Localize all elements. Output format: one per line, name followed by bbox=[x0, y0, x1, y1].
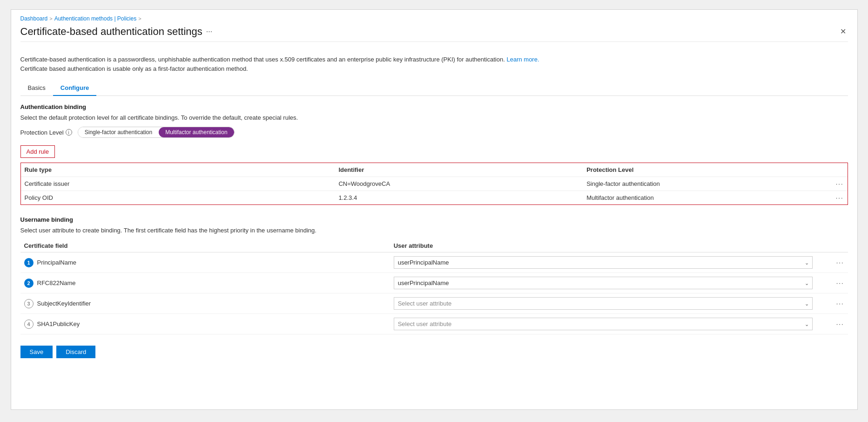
cert-field-name-3: SHA1PublicKey bbox=[37, 320, 80, 327]
breadcrumb: Dashboard > Authentication methods | Pol… bbox=[20, 15, 848, 22]
binding-row: 2 RFC822Name userPrincipalName ⌄ ··· bbox=[20, 273, 848, 293]
rule-type-cell: Certificate issuer bbox=[21, 177, 335, 191]
username-binding-desc: Select user attribute to create binding.… bbox=[20, 227, 848, 234]
footer-actions: Save Discard bbox=[20, 346, 848, 358]
col-header-user-actions bbox=[816, 239, 848, 252]
select-container-3: Select user attribute ⌄ bbox=[394, 318, 813, 330]
select-wrapper-0: userPrincipalName ⌄ bbox=[394, 256, 813, 269]
rules-table-wrapper: Rule type Identifier Protection Level Ce… bbox=[20, 163, 848, 205]
cert-field-cell-0: 1 PrincipalName bbox=[20, 252, 390, 273]
col-header-identifier: Identifier bbox=[335, 163, 583, 177]
user-attr-cell-2: Select user attribute ⌄ bbox=[390, 293, 816, 314]
select-wrapper-2: Select user attribute ⌄ bbox=[394, 297, 813, 310]
rule-identifier-cell: 1.2.3.4 bbox=[335, 191, 583, 205]
breadcrumb-auth-methods[interactable]: Authentication methods | Policies bbox=[54, 15, 137, 22]
binding-row: 3 SubjectKeyIdentifier Select user attri… bbox=[20, 293, 848, 314]
info-icon[interactable]: i bbox=[66, 129, 72, 136]
rule-actions-cell[interactable]: ··· bbox=[814, 191, 847, 205]
user-attr-select-3[interactable]: Select user attribute bbox=[394, 318, 813, 330]
select-wrapper-3: Select user attribute ⌄ bbox=[394, 318, 813, 330]
cert-field-cell-2: 3 SubjectKeyIdentifier bbox=[20, 293, 390, 314]
binding-actions-cell-3[interactable]: ··· bbox=[816, 314, 848, 334]
col-header-actions bbox=[814, 163, 847, 177]
main-panel: Dashboard > Authentication methods | Pol… bbox=[11, 9, 858, 410]
protection-level-text: Protection Level bbox=[20, 129, 64, 136]
user-binding-header-row: Certificate field User attribute bbox=[20, 239, 848, 252]
cert-field-name-0: PrincipalName bbox=[37, 259, 77, 266]
rule-protection-cell: Multifactor authentication bbox=[583, 191, 814, 205]
number-badge-2: 3 bbox=[24, 299, 34, 308]
protection-label: Protection Level i bbox=[20, 129, 72, 136]
page-title: Certificate-based authentication setting… bbox=[20, 26, 202, 38]
cert-field-name-1: RFC822Name bbox=[37, 279, 76, 286]
title-row: Certificate-based authentication setting… bbox=[20, 26, 848, 38]
close-button[interactable]: ✕ bbox=[838, 26, 848, 37]
cert-field-name-2: SubjectKeyIdentifier bbox=[37, 300, 91, 307]
auth-binding-title: Authentication binding bbox=[20, 103, 848, 110]
select-container-2: Select user attribute ⌄ bbox=[394, 297, 813, 310]
breadcrumb-dashboard[interactable]: Dashboard bbox=[20, 15, 48, 22]
user-attr-cell-1: userPrincipalName ⌄ bbox=[390, 273, 816, 293]
user-binding-table: Certificate field User attribute 1 Princ… bbox=[20, 239, 848, 334]
rule-row: Policy OID 1.2.3.4 Multifactor authentic… bbox=[21, 191, 848, 205]
number-badge-3: 4 bbox=[24, 320, 34, 329]
username-binding-title: Username binding bbox=[20, 216, 848, 223]
binding-row: 4 SHA1PublicKey Select user attribute ⌄ … bbox=[20, 314, 848, 334]
tab-configure[interactable]: Configure bbox=[53, 81, 96, 96]
rules-table-header-row: Rule type Identifier Protection Level bbox=[21, 163, 848, 177]
description-line2: Certificate based authentication is usab… bbox=[20, 65, 248, 72]
cert-field-cell-1: 2 RFC822Name bbox=[20, 273, 390, 293]
select-wrapper-1: userPrincipalName ⌄ bbox=[394, 277, 813, 289]
toggle-single-factor[interactable]: Single-factor authentication bbox=[78, 127, 159, 137]
breadcrumb-sep2: > bbox=[138, 16, 141, 21]
toggle-multifactor[interactable]: Multifactor authentication bbox=[159, 127, 234, 137]
binding-actions-cell-1[interactable]: ··· bbox=[816, 273, 848, 293]
page-title-container: Certificate-based authentication setting… bbox=[20, 26, 213, 38]
description-line1: Certificate-based authentication is a pa… bbox=[20, 56, 505, 63]
rule-identifier-cell: CN=WoodgroveCA bbox=[335, 177, 583, 191]
add-rule-button[interactable]: Add rule bbox=[20, 145, 55, 158]
select-container-0: userPrincipalName ⌄ bbox=[394, 256, 813, 269]
tab-bar: Basics Configure bbox=[20, 81, 848, 96]
rules-table: Rule type Identifier Protection Level Ce… bbox=[21, 163, 848, 204]
rule-actions-cell[interactable]: ··· bbox=[814, 177, 847, 191]
binding-row: 1 PrincipalName userPrincipalName ⌄ ··· bbox=[20, 252, 848, 273]
col-header-cert-field: Certificate field bbox=[20, 239, 390, 252]
learn-more-link[interactable]: Learn more. bbox=[506, 56, 539, 63]
auth-binding-desc: Select the default protection level for … bbox=[20, 114, 848, 121]
rule-row: Certificate issuer CN=WoodgroveCA Single… bbox=[21, 177, 848, 191]
col-header-user-attr: User attribute bbox=[390, 239, 816, 252]
panel-header: Dashboard > Authentication methods | Pol… bbox=[11, 10, 857, 49]
auth-binding-section: Authentication binding Select the defaul… bbox=[20, 103, 848, 205]
user-attr-cell-0: userPrincipalName ⌄ bbox=[390, 252, 816, 273]
description-block: Certificate-based authentication is a pa… bbox=[20, 55, 848, 73]
rules-table-body: Certificate issuer CN=WoodgroveCA Single… bbox=[21, 177, 848, 205]
select-container-1: userPrincipalName ⌄ bbox=[394, 277, 813, 289]
user-attr-select-2[interactable]: Select user attribute bbox=[394, 297, 813, 310]
col-header-protection: Protection Level bbox=[583, 163, 814, 177]
number-badge-1: 2 bbox=[24, 279, 34, 288]
title-more-icon[interactable]: ··· bbox=[206, 27, 212, 36]
save-button[interactable]: Save bbox=[20, 346, 53, 358]
rule-type-cell: Policy OID bbox=[21, 191, 335, 205]
protection-level-row: Protection Level i Single-factor authent… bbox=[20, 127, 848, 138]
rule-protection-cell: Single-factor authentication bbox=[583, 177, 814, 191]
user-attr-select-0[interactable]: userPrincipalName bbox=[394, 256, 813, 269]
header-divider bbox=[20, 41, 848, 42]
cert-field-cell-3: 4 SHA1PublicKey bbox=[20, 314, 390, 334]
number-badge-0: 1 bbox=[24, 258, 34, 267]
discard-button[interactable]: Discard bbox=[56, 346, 95, 358]
panel-body: Certificate-based authentication is a pa… bbox=[11, 49, 857, 368]
toggle-group: Single-factor authentication Multifactor… bbox=[78, 127, 235, 138]
col-header-rule-type: Rule type bbox=[21, 163, 335, 177]
username-binding-section: Username binding Select user attribute t… bbox=[20, 216, 848, 334]
binding-actions-cell-2[interactable]: ··· bbox=[816, 293, 848, 314]
user-attr-cell-3: Select user attribute ⌄ bbox=[390, 314, 816, 334]
binding-actions-cell-0[interactable]: ··· bbox=[816, 252, 848, 273]
breadcrumb-sep1: > bbox=[49, 16, 52, 21]
tab-basics[interactable]: Basics bbox=[20, 81, 53, 96]
user-attr-select-1[interactable]: userPrincipalName bbox=[394, 277, 813, 289]
user-bindings-body: 1 PrincipalName userPrincipalName ⌄ ··· … bbox=[20, 252, 848, 334]
